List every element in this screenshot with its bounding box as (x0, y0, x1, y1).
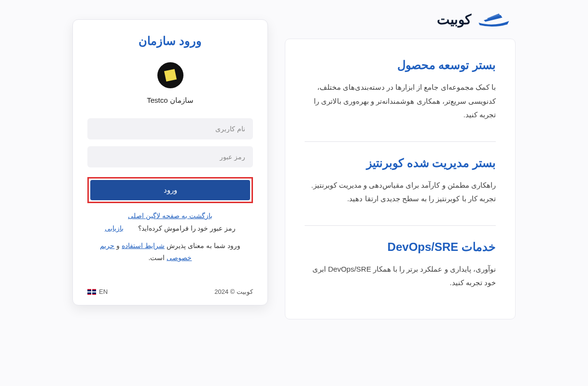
org-name: سازمان Testco (147, 96, 194, 105)
lang-label: EN (99, 288, 108, 295)
org-logo-inner-icon (164, 69, 176, 82)
login-button[interactable]: ورود (90, 180, 250, 200)
divider (305, 225, 496, 226)
back-link-row: بازگشت به صفحه لاگین اصلی (128, 212, 212, 220)
forgot-text: رمز عبور خود را فراموش کرده‌اید؟ (138, 224, 236, 232)
uk-flag-icon (87, 289, 96, 295)
forgot-row: رمز عبور خود را فراموش کرده‌اید؟ بازیابی (105, 224, 236, 232)
password-input[interactable] (87, 146, 253, 167)
info-desc: راهکاری مطمئن و کارآمد برای مقیاس‌دهی و … (305, 179, 496, 206)
login-title: ورود سازمان (139, 34, 202, 48)
terms-prefix: ورود شما به معنای پذیرش (165, 242, 240, 249)
terms-link[interactable]: شرایط استفاده (122, 242, 165, 249)
info-title: بستر مدیریت شده کوبرنتیز (305, 156, 496, 170)
login-card: ورود سازمان سازمان Testco ورود بازگشت به… (72, 19, 268, 305)
info-section-product: بستر توسعه محصول با کمک مجموعه‌ای جامع ا… (305, 58, 496, 122)
recover-link[interactable]: بازیابی (105, 224, 124, 232)
username-input[interactable] (87, 118, 253, 139)
info-panel: بستر توسعه محصول با کمک مجموعه‌ای جامع ا… (285, 39, 516, 319)
login-button-highlight: ورود (87, 177, 253, 203)
terms-suffix: است. (149, 254, 167, 262)
terms-row: ورود شما به معنای پذیرش شرایط استفاده و … (87, 240, 253, 264)
info-title: بستر توسعه محصول (305, 58, 496, 72)
info-desc: با کمک مجموعه‌ای جامع از ابزارها در دسته… (305, 81, 496, 122)
info-section-devops: خدمات DevOps/SRE نوآوری، پایداری و عملکر… (305, 240, 496, 290)
info-desc: نوآوری، پایداری و عملکرد برتر را با همکا… (305, 262, 496, 290)
language-switch[interactable]: EN (87, 288, 108, 295)
info-section-kubernetes: بستر مدیریت شده کوبرنتیز راهکاری مطمئن و… (305, 156, 496, 206)
card-footer: EN کوبیت © 2024 (87, 288, 253, 295)
back-to-main-login-link[interactable]: بازگشت به صفحه لاگین اصلی (128, 212, 212, 220)
copyright: کوبیت © 2024 (214, 288, 253, 295)
brand-name: کوبیت (437, 12, 471, 28)
org-logo (157, 62, 183, 88)
info-title: خدمات DevOps/SRE (305, 240, 496, 254)
terms-and: و (114, 242, 122, 249)
boat-logo-icon (477, 10, 511, 29)
divider (305, 141, 496, 142)
